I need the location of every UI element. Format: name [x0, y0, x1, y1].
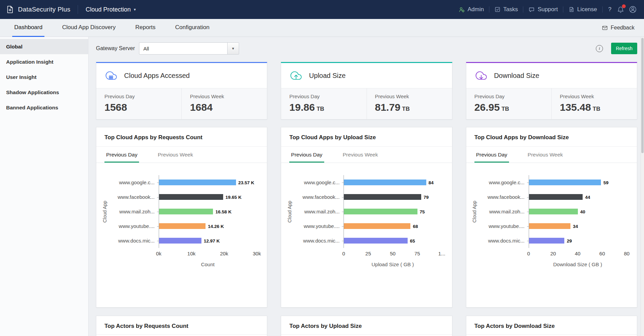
card-top-actors-download: Top Actors by Download Size: [466, 316, 637, 336]
bar[interactable]: [344, 238, 407, 244]
chart-tabs: Previous Day Previous Week: [466, 147, 637, 163]
bar[interactable]: [159, 194, 223, 200]
notifications-button[interactable]: [617, 6, 624, 13]
bar[interactable]: [344, 194, 421, 200]
bar-value-label: 29: [567, 238, 572, 243]
stat-label: Previous Week: [375, 93, 444, 99]
x-tick-label: 30k: [253, 251, 261, 256]
help-icon[interactable]: ?: [608, 6, 612, 13]
chart-row: www.facebook...79: [294, 190, 442, 204]
sidebar-item-banned-applications[interactable]: Banned Applications: [0, 100, 88, 115]
feedback-button[interactable]: Feedback: [602, 25, 635, 31]
summary-card-stats: Previous Day 19.86TB Previous Week 81.79…: [281, 88, 452, 119]
charts-row: Top Cloud Apps by Requests Count Previou…: [96, 127, 637, 308]
cloud-apps-icon: [104, 70, 118, 81]
chart-card-requests-count: Top Cloud Apps by Requests Count Previou…: [96, 127, 267, 308]
x-axis-title: Count: [159, 261, 257, 267]
sidebar-item-application-insight[interactable]: Application Insight: [0, 54, 88, 69]
bar-track: 68: [344, 219, 442, 233]
support-label: Support: [538, 6, 558, 13]
stat-number: 19.86: [289, 102, 315, 113]
bar-value-label: 16.58 K: [215, 209, 231, 214]
stat-value: 19.86TB: [289, 102, 358, 113]
vertical-scrollbar[interactable]: [641, 37, 644, 336]
tab-configuration[interactable]: Configuration: [173, 19, 212, 37]
bar-value-label: 44: [585, 194, 590, 200]
tasks-link[interactable]: Tasks: [494, 6, 518, 13]
divider: [78, 5, 78, 14]
bar[interactable]: [529, 180, 601, 185]
scrollbar-thumb[interactable]: [641, 38, 644, 153]
x-tick-label: 40: [575, 251, 581, 256]
stat-label: Previous Day: [104, 93, 173, 99]
module-selector[interactable]: Cloud Protection ▾: [85, 6, 136, 13]
summary-card-title: Cloud Apps Accessed: [124, 72, 190, 80]
bar[interactable]: [344, 223, 410, 229]
stat-unit: TB: [316, 106, 324, 112]
summary-card-download-size: Download Size Previous Day 26.95TB Previ…: [466, 62, 637, 120]
category-label: www.youtube....: [294, 223, 344, 229]
bar[interactable]: [159, 238, 201, 244]
category-label: www.docs.mic...: [479, 238, 529, 244]
bar-track: 19.65 K: [159, 190, 257, 204]
stat-label: Previous Week: [560, 93, 629, 99]
tab-previous-day[interactable]: Previous Day: [289, 147, 324, 163]
bar[interactable]: [529, 209, 578, 214]
stat-value: 1684: [190, 102, 259, 113]
tab-previous-day[interactable]: Previous Day: [104, 147, 139, 163]
bar-value-label: 75: [420, 209, 425, 214]
tab-dashboard[interactable]: Dashboard: [12, 19, 44, 37]
tab-previous-day[interactable]: Previous Day: [474, 147, 509, 163]
x-tick-label: 20: [550, 251, 556, 256]
bar-value-label: 34: [573, 224, 578, 229]
category-label: www.youtube....: [479, 223, 529, 229]
tab-cloud-app-discovery[interactable]: Cloud App Discovery: [60, 19, 118, 37]
refresh-button[interactable]: Refresh: [611, 43, 637, 54]
category-label: www.docs.mic...: [109, 238, 159, 244]
stat-value: 1568: [104, 102, 173, 113]
bar[interactable]: [159, 209, 213, 214]
previous-week-stat: Previous Week 81.79TB: [367, 88, 452, 119]
bar[interactable]: [529, 238, 565, 244]
plot-rows: www.google.c...59www.facebook...44www.ma…: [479, 175, 627, 248]
stat-label: Previous Day: [289, 93, 358, 99]
bar-value-label: 40: [580, 209, 585, 214]
sidebar-item-shadow-applications[interactable]: Shadow Applications: [0, 85, 88, 100]
x-tick-label: 60: [599, 251, 605, 256]
gateway-server-select[interactable]: All ▾: [139, 42, 239, 55]
bar[interactable]: [529, 194, 583, 200]
sidebar-item-user-insight[interactable]: User Insight: [0, 69, 88, 85]
module-selector-label: Cloud Protection: [85, 6, 131, 13]
support-link[interactable]: Support: [528, 6, 558, 13]
bar[interactable]: [344, 180, 426, 185]
bar[interactable]: [159, 223, 206, 229]
tab-previous-week[interactable]: Previous Week: [156, 147, 195, 163]
user-avatar-button[interactable]: [629, 6, 637, 13]
secondary-nav: Dashboard Cloud App Discovery Reports Co…: [0, 19, 644, 37]
chart-row: www.google.c...84: [294, 175, 442, 190]
tasks-icon: [494, 6, 501, 13]
admin-link[interactable]: Admin: [458, 6, 484, 13]
chart-row: www.docs.mic...65: [294, 233, 442, 248]
stat-unit: TB: [593, 106, 601, 112]
bar[interactable]: [159, 180, 236, 185]
x-axis-title: Upload Size ( GB ): [344, 261, 442, 267]
chevron-down-icon[interactable]: ▾: [227, 43, 239, 54]
tab-reports[interactable]: Reports: [133, 19, 158, 37]
tab-previous-week[interactable]: Previous Week: [341, 147, 380, 163]
bar[interactable]: [529, 223, 571, 229]
app-logo-icon: [5, 5, 14, 14]
previous-week-stat: Previous Week 1684: [181, 88, 267, 119]
bar[interactable]: [344, 209, 417, 214]
stat-number: 81.79: [375, 102, 401, 113]
main-content: Gateway Server All ▾ i Refresh: [89, 37, 644, 336]
x-tick-label: 80: [624, 251, 630, 256]
tab-previous-week[interactable]: Previous Week: [526, 147, 565, 163]
sidebar-item-global[interactable]: Global: [0, 39, 88, 54]
chevron-down-icon: ▾: [134, 7, 136, 12]
chart-row: www.facebook...44: [479, 190, 627, 204]
bar-track: 16.58 K: [159, 204, 257, 219]
info-icon[interactable]: i: [596, 45, 603, 52]
app-brand[interactable]: DataSecurity Plus: [5, 5, 70, 14]
license-link[interactable]: License: [568, 6, 597, 13]
